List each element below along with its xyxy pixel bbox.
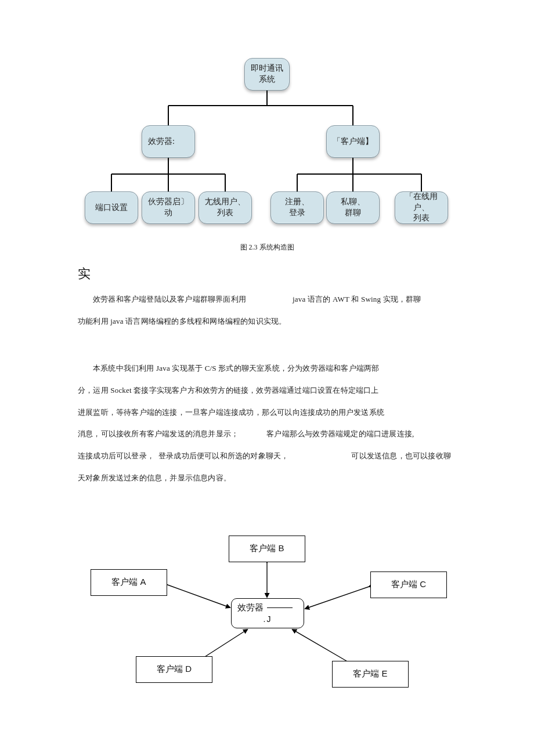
server-label: 效劳器 [237, 602, 264, 613]
node-online-user-list: 「在线用户、 列表 [395, 191, 448, 224]
client-a-box: 客户端 A [91, 569, 167, 596]
para2-d2: 客户端那么与效劳器端规定的端口进展连接, [266, 429, 414, 438]
node-server-start-label: 伙劳器启〕 动 [148, 197, 189, 219]
server-box: 效劳器 .J [231, 598, 304, 628]
para1-c: 功能利用 java 语言网络编程的多线程和网络编程的知识实现。 [78, 317, 286, 325]
node-offline-user-list: 尢线用户、 列表 [199, 191, 252, 224]
client-c-label: 客户端 C [391, 579, 426, 590]
node-root-label: 即时通讯 系统 [251, 63, 283, 85]
node-port-settings-label: 端口设置 [95, 202, 128, 214]
tree-caption: 图 2.3 系统构造图 [0, 243, 534, 252]
client-a-label: 客户端 A [111, 577, 146, 588]
svg-line-16 [305, 587, 369, 609]
node-port-settings: 端口设置 [85, 191, 138, 224]
para2-b: 分，运用 Socket 套接字实现客户方和效劳方的链接，效劳器端通过端口设置在特… [78, 386, 379, 395]
client-b-label: 客户端 B [250, 543, 284, 554]
node-offline-user-list-label: 尢线用户、 列表 [205, 197, 246, 219]
para2-d1: 消息，可以接收所有客户端发送的消息并显示； [78, 429, 239, 438]
svg-line-15 [166, 584, 230, 607]
client-c-box: 客户端 C [370, 571, 447, 598]
node-client-label: 「客户端】 [333, 136, 373, 147]
para2-c: 进展监听，等待客户端的连接，一旦客户端连接成功，那么可以向连接成功的用户发送系统 [78, 408, 384, 417]
node-private-group-chat-label: 私聊、 群聊 [341, 197, 365, 219]
para2-f: 天对象所发送过来的信息，并显示信息内容。 [78, 473, 231, 482]
system-architecture-tree: 即时通讯 系统 效劳器: 「客户端】 端口设置 伙劳器启〕 动 尢线用户、 列表… [81, 58, 453, 238]
paragraph-1: 效劳器和客户端登陆以及客户端群聊界面利用java 语言的 AWT 和 Swing… [78, 288, 464, 332]
svg-line-18 [293, 630, 348, 662]
node-root: 即时通讯 系统 [244, 58, 290, 91]
node-register-login-label: 注册、 登录 [285, 197, 309, 219]
paragraph-2: 本系统中我们利用 Java 实现基于 C/S 形式的聊天室系统，分为效劳器端和客… [78, 357, 464, 489]
para1-a: 效劳器和客户端登陆以及客户端群聊界面利用 [93, 295, 246, 303]
client-d-label: 客户端 D [157, 664, 192, 675]
client-e-box: 客户端 E [332, 661, 409, 688]
node-server-start: 伙劳器启〕 动 [142, 191, 195, 224]
para1-b: java 语言的 AWT 和 Swing 实现，群聊 [293, 295, 421, 303]
para2-e2: 登录成功后便可以和所选的对象聊天， [158, 451, 288, 460]
node-online-user-list-label: 「在线用户、 列表 [398, 191, 445, 225]
client-e-label: 客户端 E [353, 668, 387, 679]
node-private-group-chat: 私聊、 群聊 [326, 191, 380, 224]
client-server-star-diagram: 客户端 B 客户端 A 客户端 C 效劳器 .J 客户端 D 客户端 E [75, 524, 459, 698]
client-d-box: 客户端 D [136, 656, 212, 683]
node-server: 效劳器: [142, 125, 195, 158]
section-heading: 实 [78, 265, 534, 283]
document-page: 即时通讯 系统 效劳器: 「客户端】 端口设置 伙劳器启〕 动 尢线用户、 列表… [0, 0, 534, 698]
client-b-box: 客户端 B [229, 536, 305, 562]
para2-a: 本系统中我们利用 Java 实现基于 C/S 形式的聊天室系统，分为效劳器端和客… [93, 364, 379, 372]
para2-e3: 可以发送信息，也可以接收聊 [351, 451, 451, 460]
node-server-label: 效劳器: [148, 136, 175, 147]
node-register-login: 注册、 登录 [270, 191, 324, 224]
server-sub-label: .J [237, 614, 298, 624]
node-client: 「客户端】 [326, 125, 380, 158]
para2-e1: 连接成功后可以登录， [78, 451, 154, 460]
